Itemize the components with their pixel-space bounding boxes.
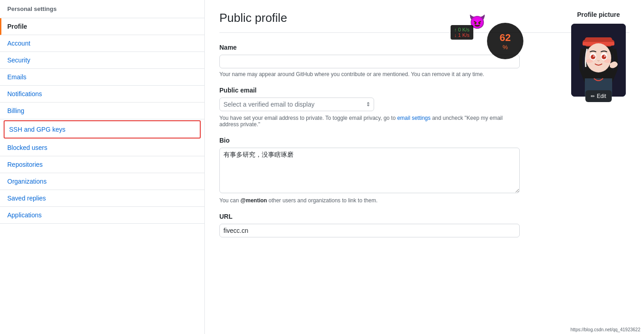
speed-up: ↑ 0 K/s — [454, 27, 470, 32]
sidebar-header: Personal settings — [0, 0, 204, 18]
sidebar-item-emails[interactable]: Emails — [0, 69, 204, 86]
speed-indicator: 62% — [487, 23, 523, 59]
speed-percent: % — [502, 44, 508, 51]
email-settings-link[interactable]: email settings — [397, 115, 431, 121]
sidebar-item-security[interactable]: Security — [0, 52, 204, 69]
svg-point-9 — [602, 55, 606, 59]
url-label: URL — [219, 213, 520, 220]
sidebar-item-billing[interactable]: Billing — [0, 103, 204, 119]
sidebar-item-applications[interactable]: Applications — [0, 207, 204, 224]
profile-picture-section: Profile picture — [553, 11, 644, 98]
sidebar-item-profile[interactable]: Profile — [0, 18, 204, 35]
bio-label: Bio — [219, 137, 629, 144]
svg-point-10 — [593, 56, 595, 57]
svg-point-12 — [586, 59, 593, 63]
sidebar-item-repositories[interactable]: Repositories — [0, 156, 204, 173]
pencil-icon: ✏ — [591, 93, 595, 99]
svg-point-5 — [586, 43, 611, 72]
url-group: URL — [219, 213, 520, 237]
name-input[interactable] — [219, 55, 520, 68]
sidebar-item-notifications[interactable]: Notifications — [0, 86, 204, 103]
bio-hint-mention: @mention — [240, 197, 267, 204]
sidebar: Personal settings Profile Account Securi… — [0, 0, 205, 334]
edit-profile-picture-button[interactable]: ✏ Edit — [585, 90, 612, 102]
profile-picture-container: ✏ Edit — [571, 24, 626, 97]
avatar-svg — [571, 24, 626, 97]
edit-button-label: Edit — [597, 93, 606, 99]
sidebar-item-saved-replies[interactable]: Saved replies — [0, 190, 204, 207]
speed-down: ↓ 1 K/s — [454, 32, 470, 38]
bio-textarea[interactable]: 有事多研究，没事瞎琢磨 — [219, 148, 520, 193]
url-input[interactable] — [219, 224, 520, 237]
watermark: https://blog.csdn.net/qq_41923622 — [571, 327, 640, 332]
svg-point-8 — [591, 55, 595, 59]
svg-point-13 — [604, 59, 611, 63]
bio-hint: You can @mention other users and organiz… — [219, 197, 629, 204]
bio-hint-suffix: other users and organizations to link to… — [269, 197, 377, 204]
sidebar-item-account[interactable]: Account — [0, 35, 204, 52]
bio-group: Bio 有事多研究，没事瞎琢磨 You can @mention other u… — [219, 137, 629, 204]
bio-hint-prefix: You can — [219, 197, 239, 204]
privacy-note-prefix: You have set your email address to priva… — [219, 115, 396, 121]
privacy-note: You have set your email address to priva… — [219, 115, 520, 128]
avatar — [571, 24, 626, 97]
sidebar-item-organizations[interactable]: Organizations — [0, 173, 204, 190]
sidebar-item-blocked-users[interactable]: Blocked users — [0, 139, 204, 156]
sidebar-item-ssh-gpg-keys[interactable]: SSH and GPG keys — [4, 120, 201, 139]
main-content: ↑ 0 K/s ↓ 1 K/s 62% 😈 Public profile Nam… — [205, 0, 644, 334]
email-select-wrapper: Select a verified email to display ⇕ — [219, 98, 374, 111]
speed-stats: ↑ 0 K/s ↓ 1 K/s — [451, 25, 473, 40]
svg-point-11 — [604, 56, 606, 57]
speed-number: 62 — [500, 32, 511, 44]
email-select[interactable]: Select a verified email to display — [219, 98, 374, 111]
profile-picture-label: Profile picture — [553, 11, 644, 18]
